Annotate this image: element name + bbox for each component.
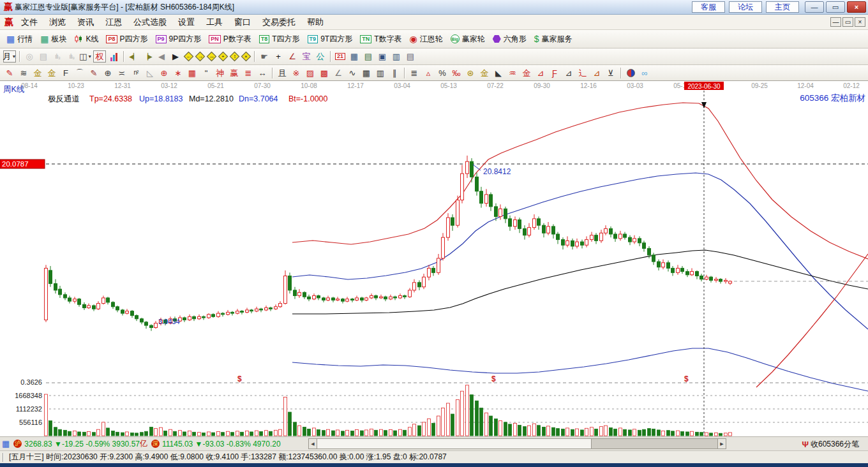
gann-star-tool[interactable]: ∗: [172, 67, 184, 79]
shen-tool[interactable]: 神: [214, 67, 227, 79]
time-hatch-tool[interactable]: ≍: [116, 67, 128, 79]
locked-bars3-icon[interactable]: ılı₃: [51, 50, 64, 63]
gold-line2-tool[interactable]: 金: [45, 67, 58, 79]
channel-waves-tool[interactable]: ♒: [506, 67, 519, 79]
pan-hand-button[interactable]: ☛: [258, 50, 271, 63]
win-tool[interactable]: 赢: [228, 67, 241, 79]
save-button[interactable]: ▣: [376, 50, 389, 63]
menu-item-formula-stock-pick[interactable]: 公式选股: [128, 15, 172, 29]
toolbar-p-square-button[interactable]: P8P四方形: [102, 33, 151, 46]
gann-left-button[interactable]: ←: [183, 52, 193, 62]
scroll-thumb[interactable]: [317, 438, 592, 449]
measure-angle-button[interactable]: ∠: [286, 50, 299, 63]
calculator-button[interactable]: ▦: [348, 50, 361, 63]
candle-style-button[interactable]: ◫▼: [79, 50, 92, 63]
gann-box2-tool[interactable]: ▩: [318, 67, 331, 79]
next-page-button[interactable]: ▶: [169, 50, 182, 63]
yinyang-icon[interactable]: [624, 67, 637, 79]
toolbar-t-square-button[interactable]: T8T四方形: [255, 33, 304, 46]
pencil-tool[interactable]: ✎: [3, 67, 16, 79]
toolbar-kline-button[interactable]: K线: [70, 33, 102, 46]
menu-item-gann[interactable]: 江恩: [100, 15, 128, 29]
last-page-button[interactable]: ▕▶: [141, 50, 154, 63]
support-button[interactable]: 客服: [692, 1, 725, 13]
gann-box-tool[interactable]: ▨: [304, 67, 317, 79]
price-ladder-tool[interactable]: ≣: [408, 67, 421, 79]
calendar-button[interactable]: 21: [334, 50, 347, 63]
angle-l-tool[interactable]: ⊿: [534, 67, 547, 79]
wave-tool[interactable]: ∿: [346, 67, 359, 79]
box-tool[interactable]: 且: [276, 67, 288, 79]
scroll-right-button[interactable]: ▶: [717, 438, 726, 449]
close-button[interactable]: ×: [847, 1, 866, 13]
maximize-button[interactable]: ▭: [826, 1, 845, 13]
resist-tool[interactable]: ⊿: [590, 67, 603, 79]
first-page-button[interactable]: ◀▏: [127, 50, 140, 63]
hatch-lines-tool[interactable]: ≋: [17, 67, 30, 79]
ink-nib-tool[interactable]: ◣: [492, 67, 505, 79]
locked-info-icon[interactable]: ▤: [37, 50, 50, 63]
locked-bars9-icon[interactable]: ılı₉: [65, 50, 78, 63]
parallel-lines-tool[interactable]: ∥: [388, 67, 401, 79]
gann-cross-button[interactable]: +: [218, 52, 228, 62]
locked-rotate-icon[interactable]: ◎: [23, 50, 36, 63]
angle-ghost-tool[interactable]: ◺: [144, 67, 156, 79]
period-month-button[interactable]: 月▼: [3, 50, 16, 63]
link-icon[interactable]: ∞: [638, 67, 651, 79]
child-minimize-button[interactable]: —: [830, 17, 841, 27]
menu-item-settings[interactable]: 设置: [172, 15, 200, 29]
homepage-button[interactable]: 主页: [766, 1, 799, 13]
toolbar-hexagon-button[interactable]: 六角形: [489, 33, 530, 46]
fib-fan-tool[interactable]: Ƒ: [548, 67, 561, 79]
permille-tool[interactable]: ‰: [450, 67, 463, 79]
forum-button[interactable]: 论坛: [729, 1, 762, 13]
brush-tool[interactable]: ✎: [87, 67, 100, 79]
trend-angle-tool[interactable]: ∠: [332, 67, 345, 79]
percent-tool[interactable]: %: [436, 67, 449, 79]
speed-tool[interactable]: 辶: [576, 67, 589, 79]
menu-item-news[interactable]: 资讯: [71, 15, 100, 29]
memo-button[interactable]: ▤: [362, 50, 375, 63]
formula-tool-button[interactable]: 公: [314, 50, 327, 63]
fib-f-tool[interactable]: F: [59, 67, 72, 79]
menu-item-file[interactable]: 文件: [15, 15, 43, 29]
grid2-tool[interactable]: ▥: [374, 67, 387, 79]
percent-delta-tool[interactable]: ▵: [422, 67, 435, 79]
scroll-left-button[interactable]: ◀: [308, 438, 317, 449]
restore-rights-button[interactable]: 权: [93, 50, 106, 63]
quote-table-icon[interactable]: ▦: [2, 439, 10, 448]
prev-page-button[interactable]: ◀: [155, 50, 168, 63]
indicator-colors-icon[interactable]: [107, 50, 120, 63]
ruler-grid-tool[interactable]: ≣: [242, 67, 255, 79]
child-restore-button[interactable]: ▭: [842, 17, 853, 27]
toolbar-p-table-button[interactable]: PNP数字表: [205, 33, 255, 46]
menu-item-tools[interactable]: 工具: [200, 15, 228, 29]
toolbar-t-table-button[interactable]: TNT数字表: [356, 33, 405, 46]
square-n2-tool[interactable]: n²: [130, 67, 142, 79]
menu-item-trade[interactable]: 交易委托: [257, 15, 301, 29]
toolbar-quotes-button[interactable]: ▦行情: [3, 33, 36, 46]
gann-grid-red-tool[interactable]: ▦: [186, 67, 198, 79]
kline-chart[interactable]: 166834811122325561160.362608-1410-2312-3…: [0, 81, 868, 436]
crosshair-button[interactable]: +: [272, 50, 285, 63]
gann-leftright-button[interactable]: ↔: [206, 52, 216, 62]
toolbar-winner-wheel-button[interactable]: Big赢家轮: [447, 33, 489, 46]
grid-tool[interactable]: ▦: [360, 67, 373, 79]
gold-angle-tool[interactable]: 金: [520, 67, 533, 79]
arc-tool[interactable]: ⌒: [73, 67, 86, 79]
scroll-track[interactable]: [592, 438, 717, 449]
gann-updown-button[interactable]: ↕: [229, 52, 239, 62]
toolbar-sectors-button[interactable]: ▦板块: [36, 33, 70, 46]
toolbar-gann-wheel-button[interactable]: ◉江恩轮: [405, 33, 446, 46]
menu-item-browse[interactable]: 浏览: [43, 15, 71, 29]
gold-band-tool[interactable]: 金: [478, 67, 491, 79]
fan2-tool[interactable]: ⊻: [604, 67, 617, 79]
width-measure-tool[interactable]: ↔: [256, 67, 269, 79]
treasure-tool-button[interactable]: 宝: [300, 50, 313, 63]
child-close-button[interactable]: ×: [855, 17, 865, 27]
menu-item-window[interactable]: 窗口: [228, 15, 257, 29]
gold-line-tool[interactable]: 金: [31, 67, 44, 79]
quote-marks-tool[interactable]: ʺ: [200, 67, 213, 79]
tick-stream-link[interactable]: Ψ 收605366分笔: [802, 437, 859, 451]
menu-item-help[interactable]: 帮助: [301, 15, 329, 29]
